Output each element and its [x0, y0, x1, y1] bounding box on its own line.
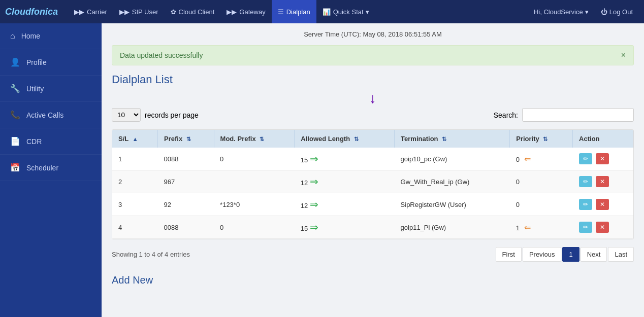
- cell-prefix: 92: [158, 193, 214, 216]
- scheduler-icon: 📅: [10, 163, 20, 172]
- sidebar: ⌂ Home 👤 Profile 🔧 Utility 📞 Active Call…: [0, 23, 102, 317]
- dialplan-table-wrapper: S/L ▲ Prefix ⇅ Mod. Prefix ⇅: [112, 129, 634, 239]
- table-row: 4 0088 0 15 ⇒ goip11_Pi (Gw) 1 ⇐ ✏ ✕: [112, 216, 633, 239]
- carrier-icon: ▶▶: [74, 8, 84, 16]
- nav-logout[interactable]: ⏻ Log Out: [595, 0, 639, 23]
- cell-termination: goip11_Pi (Gw): [395, 216, 510, 239]
- sort-icon-sl[interactable]: ▲: [133, 136, 138, 142]
- cdr-icon: 📄: [10, 136, 20, 146]
- pagination-previous[interactable]: Previous: [523, 247, 562, 262]
- content-area: Dialplan List ↓ 10 25 50 100 records per…: [102, 73, 644, 301]
- nav-dialplan[interactable]: ☰ Dialplan: [272, 0, 316, 23]
- showing-text: Showing 1 to 4 of 4 entries: [112, 251, 190, 258]
- col-action: Action: [573, 130, 633, 148]
- nav-carrier[interactable]: ▶▶ Carrier: [68, 0, 113, 23]
- cell-termination: SipRegisterGW (User): [395, 193, 510, 216]
- brand-text: Cloudfonica: [5, 7, 58, 17]
- cell-priority: 1 ⇐: [510, 216, 573, 239]
- search-label: Search:: [494, 111, 518, 119]
- dialplan-table: S/L ▲ Prefix ⇅ Mod. Prefix ⇅: [112, 130, 633, 239]
- sidebar-item-profile[interactable]: 👤 Profile: [0, 49, 102, 76]
- cell-sl: 1: [112, 148, 158, 170]
- gateway-icon: ▶▶: [227, 8, 237, 16]
- col-termination: Termination ⇅: [395, 130, 510, 148]
- green-arrow-icon: ⇒: [310, 221, 318, 233]
- alert-close-button[interactable]: ×: [621, 51, 626, 60]
- cell-sl: 2: [112, 170, 158, 193]
- alert-success: Data updated successfully ×: [112, 45, 634, 65]
- pagination-page-1[interactable]: 1: [562, 247, 579, 262]
- cell-termination: goip10_pc (Gw): [395, 148, 510, 170]
- delete-button[interactable]: ✕: [596, 222, 609, 233]
- records-per-page-select[interactable]: 10 25 50 100: [112, 108, 141, 122]
- col-priority: Priority ⇅: [510, 130, 573, 148]
- nav-gateway[interactable]: ▶▶ Gateway: [220, 0, 271, 23]
- nav-cloud-client[interactable]: ✿ Cloud Client: [165, 0, 221, 23]
- nav-quick-stat[interactable]: 📊 Quick Stat ▾: [316, 0, 375, 23]
- orange-arrow-icon: ⇐: [524, 155, 531, 163]
- green-arrow-icon: ⇒: [310, 198, 318, 210]
- arrow-indicator: ↓: [112, 91, 634, 105]
- col-mod-prefix: Mod. Prefix ⇅: [214, 130, 295, 148]
- quick-stat-icon: 📊: [323, 8, 331, 16]
- records-per-page-label: records per page: [145, 111, 199, 119]
- edit-button[interactable]: ✏: [579, 222, 592, 233]
- search-bar: Search:: [494, 108, 634, 122]
- cell-prefix: 0088: [158, 216, 214, 239]
- delete-button[interactable]: ✕: [596, 153, 609, 164]
- cell-mod-prefix: 0: [214, 216, 295, 239]
- sidebar-item-scheduler[interactable]: 📅 Scheduler: [0, 155, 102, 181]
- nav-user[interactable]: Hi, CloudService ▾: [528, 0, 595, 23]
- pagination-first[interactable]: First: [496, 247, 522, 262]
- sidebar-item-active-calls[interactable]: 📞 Active Calls: [0, 102, 102, 128]
- down-arrow-icon: ↓: [369, 91, 376, 105]
- sort-icon-mod-prefix[interactable]: ⇅: [260, 136, 264, 142]
- edit-button[interactable]: ✏: [579, 153, 592, 164]
- delete-button[interactable]: ✕: [596, 199, 609, 210]
- cell-action: ✏ ✕: [573, 148, 633, 170]
- nav-links: ▶▶ Carrier ▶▶ SIP User ✿ Cloud Client ▶▶…: [68, 0, 528, 23]
- sidebar-item-utility[interactable]: 🔧 Utility: [0, 76, 102, 102]
- cell-priority: 0: [510, 193, 573, 216]
- cell-allowed-length: 12 ⇒: [295, 193, 395, 216]
- green-arrow-icon: ⇒: [310, 153, 318, 165]
- cell-mod-prefix: [214, 170, 295, 193]
- search-input[interactable]: [522, 108, 634, 122]
- green-arrow-icon: ⇒: [310, 175, 318, 188]
- sort-icon-termination[interactable]: ⇅: [442, 136, 446, 142]
- add-new-title: Add New: [112, 274, 634, 286]
- active-calls-icon: 📞: [10, 110, 20, 120]
- sidebar-item-home[interactable]: ⌂ Home: [0, 23, 102, 49]
- delete-button[interactable]: ✕: [596, 176, 609, 187]
- col-allowed-length: Allowed Length ⇅: [295, 130, 395, 148]
- edit-button[interactable]: ✏: [579, 176, 592, 187]
- sort-icon-prefix[interactable]: ⇅: [186, 136, 191, 142]
- cell-allowed-length: 15 ⇒: [295, 148, 395, 170]
- nav-sip-user[interactable]: ▶▶ SIP User: [113, 0, 165, 23]
- cell-allowed-length: 15 ⇒: [295, 216, 395, 239]
- cell-mod-prefix: *123*0: [214, 193, 295, 216]
- alert-text: Data updated successfully: [120, 51, 203, 59]
- cell-action: ✏ ✕: [573, 216, 633, 239]
- sort-icon-allowed-length[interactable]: ⇅: [354, 136, 359, 142]
- pagination-next[interactable]: Next: [581, 247, 607, 262]
- pagination-area: Showing 1 to 4 of 4 entries First Previo…: [112, 247, 634, 262]
- server-time: Server Time (UTC): May 08, 2018 06:51:55…: [102, 23, 644, 45]
- cloud-client-icon: ✿: [171, 8, 176, 16]
- profile-icon: 👤: [10, 57, 20, 67]
- cell-priority: 0: [510, 170, 573, 193]
- controls-bar: 10 25 50 100 records per page Search:: [112, 108, 634, 122]
- cell-allowed-length: 12 ⇒: [295, 170, 395, 193]
- records-per-page-control: 10 25 50 100 records per page: [112, 108, 199, 122]
- pagination-last[interactable]: Last: [608, 247, 634, 262]
- cell-sl: 3: [112, 193, 158, 216]
- brand-logo[interactable]: Cloudfonica: [5, 7, 58, 17]
- sort-icon-priority[interactable]: ⇅: [543, 136, 548, 142]
- dialplan-icon: ☰: [278, 8, 284, 16]
- table-row: 1 0088 0 15 ⇒ goip10_pc (Gw) 0 ⇐ ✏ ✕: [112, 148, 633, 170]
- user-dropdown-icon: ▾: [585, 8, 589, 16]
- cell-action: ✏ ✕: [573, 193, 633, 216]
- edit-button[interactable]: ✏: [579, 199, 592, 210]
- cell-sl: 4: [112, 216, 158, 239]
- sidebar-item-cdr[interactable]: 📄 CDR: [0, 128, 102, 155]
